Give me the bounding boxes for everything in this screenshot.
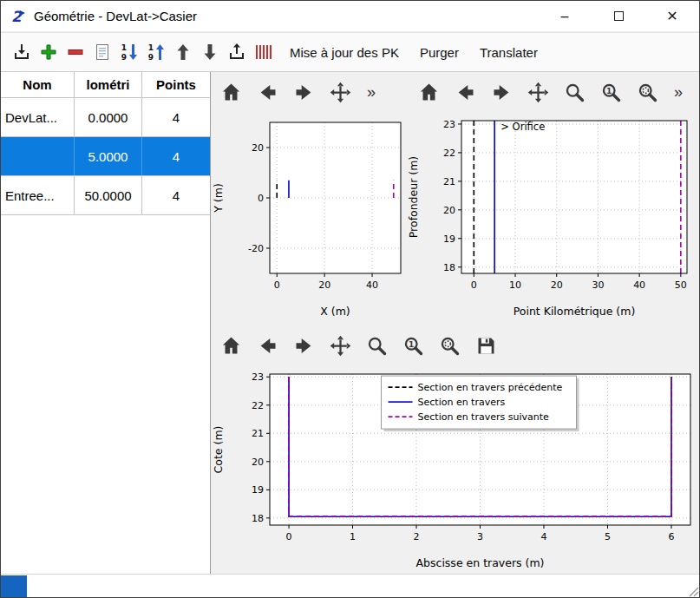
svg-text:Abscisse en travers (m): Abscisse en travers (m) <box>416 556 545 569</box>
back-icon <box>256 334 279 358</box>
pan-button[interactable] <box>329 334 352 358</box>
svg-text:20: 20 <box>252 457 264 468</box>
save-button[interactable] <box>474 334 498 358</box>
up-icon <box>173 42 193 62</box>
back-button[interactable] <box>256 334 279 358</box>
back-button[interactable] <box>256 81 279 104</box>
translater-button[interactable]: Translater <box>469 40 548 65</box>
cross-section-plot[interactable]: 0123456181920212223Abscisse en travers (… <box>211 364 700 574</box>
zoom-1-button[interactable] <box>402 334 425 358</box>
add-button[interactable] <box>38 42 59 62</box>
home-button[interactable] <box>219 81 243 104</box>
app-icon: 2 <box>10 8 27 25</box>
up-button[interactable] <box>173 42 193 62</box>
forward-icon <box>292 334 316 358</box>
cell-points[interactable]: 4 <box>142 176 210 214</box>
svg-text:30: 30 <box>592 279 604 291</box>
column-header-nom[interactable]: Nom <box>1 72 75 97</box>
sort-desc-icon <box>119 42 140 62</box>
zoom-fit-button[interactable] <box>438 334 461 358</box>
status-bar <box>1 574 700 598</box>
back-icon <box>256 81 279 104</box>
window-title: Géométrie - DevLat->Casier <box>34 9 197 23</box>
plan-view-plot[interactable]: 02040-20020X (m)Y (m) <box>211 108 406 322</box>
svg-text:Cote (m): Cote (m) <box>212 426 225 474</box>
profile-plot-toolbar: » <box>417 76 684 108</box>
sort-asc-button[interactable] <box>146 42 167 62</box>
cell-pk[interactable]: 5.0000 <box>75 137 142 175</box>
zoom-1-button[interactable] <box>599 81 623 104</box>
home-icon <box>219 334 243 358</box>
toolbar-icons <box>1 42 279 62</box>
cross-section-plot-toolbar <box>219 329 498 362</box>
zoom-1-icon <box>599 81 623 104</box>
svg-text:-20: -20 <box>248 243 264 254</box>
forward-button[interactable] <box>490 81 514 104</box>
svg-text:20: 20 <box>318 279 330 291</box>
pan-button[interactable] <box>527 81 550 104</box>
export-icon <box>226 42 247 62</box>
svg-text:Section en travers suivante: Section en travers suivante <box>418 411 549 423</box>
forward-button[interactable] <box>292 334 316 358</box>
table-row[interactable]: DevLat... 0.0000 4 <box>1 98 210 137</box>
overflow-chevron-button[interactable]: » <box>365 81 377 104</box>
paste-button[interactable] <box>92 42 113 62</box>
profile-plot[interactable]: 01020304050181920212223Point Kilométriqu… <box>406 108 700 322</box>
minimize-button[interactable]: – <box>538 1 592 31</box>
svg-text:19: 19 <box>252 484 264 496</box>
column-header-points[interactable]: Points <box>142 72 210 97</box>
purger-button[interactable]: Purger <box>409 40 469 65</box>
svg-text:23: 23 <box>252 371 264 383</box>
zoom-button[interactable] <box>563 81 586 104</box>
forward-button[interactable] <box>292 81 316 104</box>
svg-text:5: 5 <box>605 531 611 542</box>
zoom-icon <box>563 81 586 104</box>
svg-text:21: 21 <box>443 176 455 187</box>
svg-text:23: 23 <box>443 119 455 130</box>
svg-text:4: 4 <box>540 531 546 542</box>
svg-text:6: 6 <box>668 531 674 542</box>
home-button[interactable] <box>219 334 243 358</box>
cell-points[interactable]: 4 <box>142 98 210 136</box>
close-button[interactable]: ✕ <box>645 1 699 31</box>
cell-pk[interactable]: 50.0000 <box>75 176 142 214</box>
svg-text:20: 20 <box>551 279 563 291</box>
maximize-button[interactable] <box>592 1 645 31</box>
cell-points[interactable]: 4 <box>142 137 210 175</box>
zoom-fit-icon <box>438 334 461 358</box>
add-icon <box>38 42 59 62</box>
main-toolbar: Mise à jour des PK Purger Translater <box>1 32 699 72</box>
table-header: Nom lométri Points <box>1 72 210 98</box>
cell-nom[interactable] <box>1 137 75 175</box>
cell-nom[interactable]: DevLat... <box>1 98 75 136</box>
table-row[interactable]: Entree... 50.0000 4 <box>1 176 210 215</box>
cell-pk[interactable]: 0.0000 <box>75 98 142 136</box>
remove-button[interactable] <box>65 42 86 62</box>
svg-text:Y (m): Y (m) <box>212 183 225 214</box>
save-icon <box>474 334 498 358</box>
import-button[interactable] <box>11 42 32 62</box>
overflow-chevron-button[interactable]: » <box>672 81 684 104</box>
back-icon <box>454 81 477 104</box>
window-controls: – ✕ <box>538 1 699 31</box>
svg-text:18: 18 <box>252 513 264 524</box>
back-button[interactable] <box>454 81 477 104</box>
svg-text:2: 2 <box>11 8 23 25</box>
pan-button[interactable] <box>329 81 352 104</box>
sort-asc-icon <box>146 42 167 62</box>
zoom-button[interactable] <box>365 334 389 358</box>
sort-desc-button[interactable] <box>119 42 140 62</box>
pan-icon <box>329 334 352 358</box>
down-button[interactable] <box>200 42 220 62</box>
update-pk-button[interactable]: Mise à jour des PK <box>279 40 409 65</box>
home-button[interactable] <box>417 81 441 104</box>
zoom-fit-button[interactable] <box>636 81 659 104</box>
cell-nom[interactable]: Entree... <box>1 176 75 214</box>
svg-text:19: 19 <box>443 233 455 245</box>
table-row-selected[interactable]: 5.0000 4 <box>1 137 210 176</box>
svg-text:20: 20 <box>443 205 455 216</box>
column-header-pk[interactable]: lométri <box>75 72 142 97</box>
export-button[interactable] <box>226 42 247 62</box>
pk-stripes-button[interactable] <box>253 42 274 62</box>
resize-grip[interactable] <box>687 585 699 597</box>
